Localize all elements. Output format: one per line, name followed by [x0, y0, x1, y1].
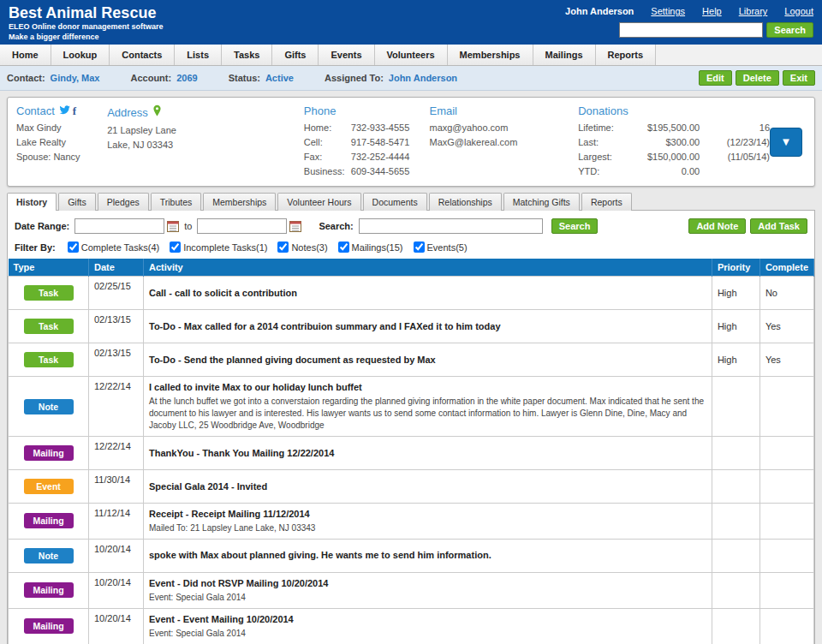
date-from-input[interactable]: [74, 218, 164, 234]
row-date: 10/20/14: [89, 608, 144, 644]
activity-title: Call - call to solicit a contribution: [149, 287, 706, 300]
expand-contact-button[interactable]: ▼: [770, 128, 802, 157]
phone-column: Phone Home: 732-933-4555 Cell: 917-548-5…: [304, 104, 430, 179]
tab-relationships[interactable]: Relationships: [429, 193, 502, 211]
nav-item-mailings[interactable]: Mailings: [533, 45, 596, 65]
phone-value: 917-548-5471: [351, 135, 410, 150]
row-priority: [712, 504, 759, 540]
history-search-button[interactable]: Search: [551, 218, 599, 234]
filter-checkbox-input[interactable]: [414, 242, 425, 253]
tab-volunteer-hours[interactable]: Volunteer Hours: [277, 193, 360, 211]
tab-matching-gifts[interactable]: Matching Gifts: [503, 193, 580, 211]
exit-button[interactable]: Exit: [783, 70, 815, 86]
assigned-to-link[interactable]: John Anderson: [389, 73, 457, 83]
nav-item-gifts[interactable]: Gifts: [272, 45, 319, 65]
global-search-button[interactable]: Search: [766, 22, 813, 38]
filter-checkbox[interactable]: Complete Tasks(4): [68, 242, 160, 253]
tab-pledges[interactable]: Pledges: [98, 193, 149, 211]
tab-documents[interactable]: Documents: [363, 193, 427, 211]
tab-reports[interactable]: Reports: [581, 193, 632, 211]
activity-cell: Receipt - Receipt Mailing 11/12/2014 Mai…: [144, 504, 712, 540]
type-cell: Task: [9, 310, 89, 343]
tab-gifts[interactable]: Gifts: [58, 193, 96, 211]
filter-checkbox[interactable]: Notes(3): [277, 242, 327, 253]
twitter-icon[interactable]: [59, 104, 70, 117]
row-priority: [712, 539, 759, 572]
table-row[interactable]: Mailing 10/20/14 Event - Did not RSVP Ma…: [9, 572, 814, 608]
activity-cell: Special Gala 2014 - Invited: [144, 470, 712, 504]
nav-item-tasks[interactable]: Tasks: [222, 45, 272, 65]
current-user-link[interactable]: John Anderson: [565, 6, 634, 16]
facebook-icon[interactable]: f: [73, 105, 76, 116]
top-link-logout[interactable]: Logout: [784, 6, 813, 16]
top-link-library[interactable]: Library: [739, 6, 768, 16]
type-cell: Event: [9, 470, 89, 504]
table-row[interactable]: Mailing 11/12/14 Receipt - Receipt Maili…: [9, 504, 814, 540]
filter-checkbox-input[interactable]: [170, 242, 181, 253]
add-note-button[interactable]: Add Note: [688, 218, 746, 234]
activity-detail: Event: Special Gala 2014: [149, 592, 706, 604]
activity-title: Receipt - Receipt Mailing 11/12/2014: [149, 508, 706, 521]
history-tabs: HistoryGiftsPledgesTributesMembershipsVo…: [7, 193, 815, 211]
phone-label: Home:: [304, 121, 351, 135]
top-link-settings[interactable]: Settings: [651, 6, 685, 16]
map-pin-icon[interactable]: [152, 104, 162, 120]
calendar-icon[interactable]: [167, 220, 179, 232]
address-heading: Address: [107, 106, 148, 119]
filter-checkbox-input[interactable]: [338, 242, 349, 253]
phone-row: Business: 609-344-5655: [304, 164, 430, 179]
row-complete: [759, 504, 813, 540]
topbar-right: John Anderson SettingsHelpLibraryLogout …: [565, 6, 813, 38]
filter-checkbox[interactable]: Mailings(15): [338, 242, 403, 253]
delete-button[interactable]: Delete: [736, 70, 779, 86]
table-row[interactable]: Task 02/13/15 To-Do - Send the planned g…: [9, 343, 814, 377]
filter-checkbox-input[interactable]: [277, 242, 289, 253]
table-row[interactable]: Task 02/13/15 To-Do - Max called for a 2…: [9, 310, 814, 343]
email-address: MaxG@lakereal.com: [429, 135, 578, 150]
tab-tributes[interactable]: Tributes: [151, 193, 202, 211]
table-row[interactable]: Note 10/20/14 spoke with Max about plann…: [9, 539, 814, 572]
filter-checkbox[interactable]: Incomplete Tasks(1): [170, 242, 267, 253]
table-row[interactable]: Mailing 10/20/14 Event - Event Mailing 1…: [9, 608, 814, 644]
phone-rows: Home: 732-933-4555 Cell: 917-548-5471 Fa…: [304, 121, 430, 179]
nav-item-home[interactable]: Home: [0, 45, 51, 65]
global-search-input[interactable]: [619, 22, 763, 38]
table-row[interactable]: Mailing 12/22/14 ThankYou - Thank You Ma…: [9, 437, 814, 470]
nav-item-lists[interactable]: Lists: [175, 45, 222, 65]
calendar-icon[interactable]: [289, 220, 301, 232]
nav-item-volunteers[interactable]: Volunteers: [375, 45, 448, 65]
contact-actions: Edit Delete Exit: [699, 70, 815, 86]
nav-item-memberships[interactable]: Memberships: [448, 45, 533, 65]
activity-title: spoke with Max about planned giving. He …: [149, 549, 706, 562]
history-search-input[interactable]: [359, 218, 543, 234]
table-row[interactable]: Note 12/22/14 I called to invite Max to …: [9, 377, 814, 437]
date-to-input[interactable]: [197, 218, 287, 234]
row-priority: [712, 377, 759, 437]
nav-item-contacts[interactable]: Contacts: [110, 45, 175, 65]
activity-cell: I called to invite Max to our holiday lu…: [144, 377, 712, 437]
add-task-button[interactable]: Add Task: [750, 218, 807, 234]
phone-label: Fax:: [304, 150, 351, 164]
card-arrow-wrap: ▼: [770, 104, 806, 179]
contact-name-link[interactable]: Gindy, Max: [51, 73, 100, 83]
phone-row: Cell: 917-548-5471: [304, 135, 430, 150]
col-header-date: Date: [89, 259, 144, 277]
donation-extra: [700, 164, 770, 179]
edit-button[interactable]: Edit: [699, 70, 732, 86]
tab-history[interactable]: History: [7, 193, 57, 211]
type-badge: Note: [24, 399, 74, 414]
nav-item-reports[interactable]: Reports: [596, 45, 657, 65]
filter-checkbox-input[interactable]: [68, 242, 79, 253]
contact-company: Lake Realty: [16, 135, 107, 150]
email-column: Email maxg@yahoo.comMaxG@lakereal.com: [429, 104, 578, 179]
top-link-help[interactable]: Help: [702, 6, 722, 16]
tab-memberships[interactable]: Memberships: [203, 193, 276, 211]
filter-checkbox[interactable]: Events(5): [414, 242, 468, 253]
nav-item-lookup[interactable]: Lookup: [51, 45, 110, 65]
table-row[interactable]: Task 02/25/15 Call - call to solicit a c…: [9, 277, 814, 310]
table-row[interactable]: Event 11/30/14 Special Gala 2014 - Invit…: [9, 470, 814, 504]
nav-item-events[interactable]: Events: [319, 45, 374, 65]
type-cell: Note: [9, 377, 89, 437]
donation-label: YTD:: [578, 164, 622, 179]
type-cell: Mailing: [9, 572, 89, 608]
